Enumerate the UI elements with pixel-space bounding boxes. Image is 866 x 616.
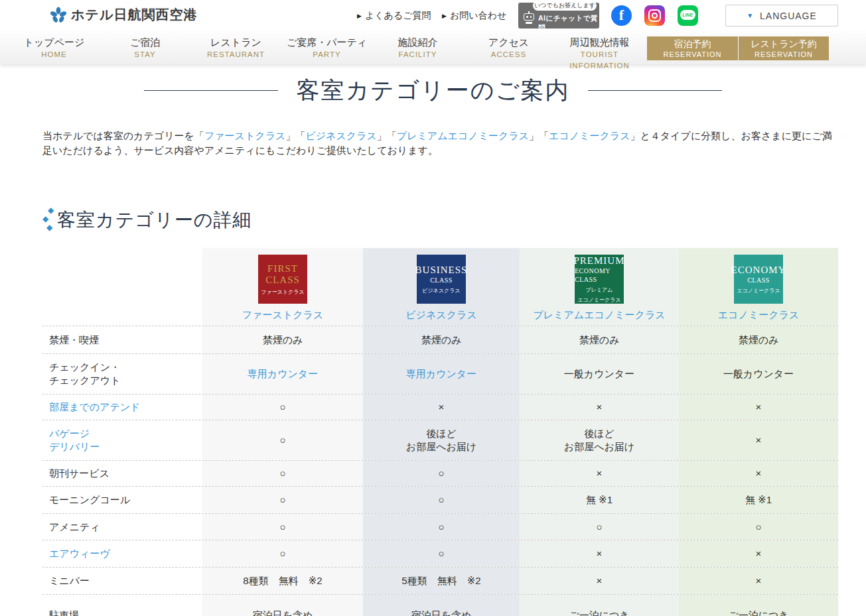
contact-link[interactable]: ▶お問い合わせ (442, 10, 506, 22)
badge-jp-line: プレミアム (586, 287, 613, 294)
nav-item-jp-label: ご宿泊 (100, 36, 190, 49)
table-cell: 8種類 無料 ※2 (202, 568, 363, 594)
hotel-logo[interactable]: ホテル日航関西空港 (50, 6, 197, 24)
category-link[interactable]: ビジネスクラス (405, 309, 476, 322)
cell-text: × (439, 400, 445, 414)
cell-text: 一般カウンター (564, 367, 634, 381)
table-row: 朝刊サービス○○×× (42, 460, 838, 486)
cell-text: × (756, 400, 762, 414)
cell-text: ○ (438, 493, 444, 507)
cell-text: × (756, 467, 762, 480)
table-cell: ○ (202, 540, 363, 567)
cell-text: × (597, 400, 603, 414)
category-badge-icon: ECONOMYCLASSエコノミークラス (734, 255, 783, 304)
language-label: LANGUAGE (760, 11, 817, 21)
row-label-text: チェックイン・ (49, 361, 120, 374)
row-label: 朝刊サービス (42, 461, 202, 486)
table-row: 禁煙・喫煙禁煙のみ禁煙のみ禁煙のみ禁煙のみ (42, 326, 838, 353)
intro-text: 」「 (529, 130, 549, 141)
badge-jp-line: エコノミークラス (577, 297, 620, 304)
table-cell: ○ (202, 420, 363, 460)
cell-text: × (597, 574, 603, 587)
row-label: モーニングコール (42, 487, 202, 513)
cell-text: ○ (279, 400, 285, 414)
cell-text: ○ (279, 493, 285, 507)
main-navigation: トップページHOMEご宿泊STAYレストランRESTAURANTご宴席・パーティ… (0, 32, 866, 64)
table-cell: 一般カウンター (679, 354, 838, 394)
row-label-text: チェックアウト (49, 374, 120, 387)
nav-item-stay[interactable]: ご宿泊STAY (100, 32, 190, 72)
nav-item-restaurant[interactable]: レストランRESTAURANT (190, 32, 281, 72)
cell-text: ○ (279, 434, 285, 447)
cell-text: 宿泊日を含め (411, 609, 472, 616)
ai-chat-label: AIにチャットで質問 (538, 14, 599, 32)
category-link[interactable]: ファーストクラス (242, 309, 323, 322)
room-class-link[interactable]: ビジネスクラス (305, 130, 376, 141)
room-class-link[interactable]: ファーストクラス (204, 130, 285, 141)
table-cell: ○ (363, 461, 520, 486)
instagram-icon[interactable] (644, 5, 665, 26)
cell-text: ○ (279, 547, 285, 560)
table-cell: ○ (363, 540, 520, 567)
row-label-link[interactable]: 部屋までのアテンド (49, 400, 140, 414)
nav-item-party[interactable]: ご宴席・パーティPARTY (281, 32, 372, 72)
badge-en-line: FIRST (267, 263, 298, 275)
table-cell: ○ (363, 487, 520, 513)
faq-link[interactable]: ▶よくあるご質問 (357, 10, 431, 22)
hotel-logo-icon (50, 7, 67, 24)
category-link[interactable]: エコノミークラス (718, 309, 799, 322)
cell-text: 後ほど (426, 427, 457, 440)
nav-item-tourist-information[interactable]: 周辺観光情報TOURIST INFORMATION (554, 32, 645, 72)
cell-text: ○ (755, 521, 761, 534)
table-cell: × (679, 395, 838, 420)
facebook-icon[interactable]: f (611, 5, 632, 26)
row-label: バゲージデリバリー (42, 420, 202, 460)
nav-item-access[interactable]: アクセスACCESS (463, 32, 554, 72)
table-cell: 後ほどお部屋へお届け (520, 420, 679, 460)
row-label: アメニティ (42, 514, 202, 540)
nav-item-home[interactable]: トップページHOME (9, 32, 100, 72)
category-badge-icon: PREMIUMECONOMY CLASSプレミアムエコノミークラス (575, 255, 624, 304)
ai-chat-button[interactable]: いつでもお答えします AIにチャットで質問 (518, 3, 599, 29)
cell-text: ○ (279, 521, 285, 534)
table-cell: × (679, 568, 838, 594)
badge-jp-line: ファーストクラス (261, 289, 304, 296)
intro-text: 」「 (285, 130, 305, 141)
badge-jp-line: エコノミークラス (737, 288, 780, 294)
restaurant-reservation-button[interactable]: レストラン予約 RESERVATION (739, 36, 829, 60)
table-cell: 無 ※1 (679, 487, 838, 513)
category-badge-icon: BUSINESSCLASSビジネスクラス (417, 255, 466, 304)
row-label-link[interactable]: デリバリー (49, 440, 100, 454)
cell-text: ○ (438, 467, 444, 480)
language-selector[interactable]: ▼ LANGUAGE (725, 5, 838, 27)
arrow-right-icon: ▶ (357, 13, 362, 19)
table-cell: × (520, 540, 679, 567)
row-label-link[interactable]: エアウィーヴ (49, 547, 110, 560)
category-link[interactable]: プレミアムエコノミークラス (533, 309, 665, 322)
cell-link[interactable]: 専用カウンター (248, 367, 318, 381)
room-class-link[interactable]: プレミアムエコノミークラス (397, 130, 529, 141)
cell-text: 後ほど (584, 427, 614, 440)
table-cell: ○ (202, 514, 363, 540)
category-header-3: ECONOMYCLASSエコノミークラスエコノミークラス (679, 248, 838, 326)
table-cell: 宿泊日を含め (202, 595, 363, 616)
table-cell: × (679, 540, 838, 567)
table-cell: 禁煙のみ (363, 326, 520, 353)
cell-link[interactable]: 専用カウンター (406, 367, 476, 381)
badge-en-line: PREMIUM (574, 255, 625, 267)
table-cell: ご一泊につき (679, 595, 838, 616)
nav-item-jp-label: ご宴席・パーティ (281, 36, 372, 49)
cell-text: お部屋へお届け (406, 440, 476, 454)
row-label-link[interactable]: バゲージ (49, 427, 90, 440)
table-cell: 後ほどお部屋へお届け (363, 420, 520, 460)
table-cell: 宿泊日を含め (363, 595, 520, 616)
row-label: ミニバー (42, 568, 202, 594)
stay-reservation-button[interactable]: 宿泊予約 RESERVATION (647, 36, 738, 60)
room-class-link[interactable]: エコノミークラス (549, 130, 630, 141)
section-title: 客室カテゴリーの詳細 (57, 208, 252, 233)
badge-en-line: CLASS (265, 275, 300, 286)
line-icon[interactable]: LINE (678, 5, 698, 26)
row-label-text: 朝刊サービス (49, 467, 109, 480)
intro-text: 当ホテルでは客室のカテゴリーを「 (42, 130, 204, 141)
nav-item-facility[interactable]: 施設紹介FACILITY (372, 32, 463, 72)
